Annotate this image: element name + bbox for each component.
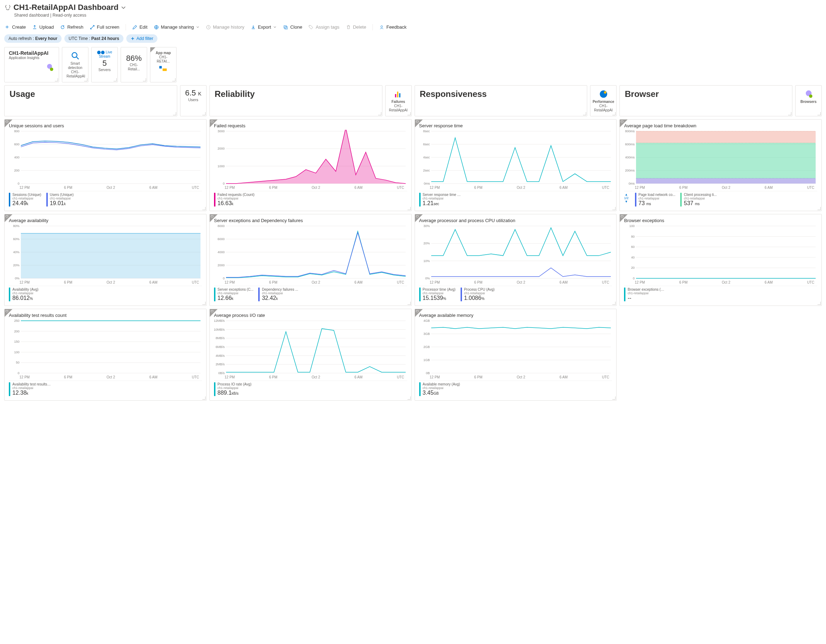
svg-text:800: 800 bbox=[14, 130, 19, 133]
svg-text:600: 600 bbox=[14, 143, 19, 146]
legend-pager[interactable]: ▲1/2▼ bbox=[624, 193, 630, 203]
svg-point-6 bbox=[50, 68, 53, 71]
export-button[interactable]: Export bbox=[251, 25, 277, 30]
page-subtitle: Shared dashboard | Read-only access bbox=[14, 13, 822, 18]
svg-point-7 bbox=[72, 53, 77, 57]
pill-add-filter[interactable]: Add filter bbox=[126, 34, 157, 43]
svg-point-14 bbox=[604, 91, 606, 94]
chart-availability-count[interactable]: Availability test results count 05010015… bbox=[4, 309, 206, 401]
svg-text:250: 250 bbox=[14, 319, 19, 323]
svg-text:150: 150 bbox=[14, 340, 19, 343]
performance-icon bbox=[599, 89, 609, 99]
svg-point-4 bbox=[381, 25, 383, 27]
svg-text:0: 0 bbox=[18, 182, 19, 185]
chart-server-response-time[interactable]: Server response time 0ms2sec4sec6sec8sec… bbox=[415, 119, 617, 211]
tile-users-count[interactable]: 6.5 KUsers bbox=[180, 85, 206, 116]
pill-utc-time[interactable]: UTC Time : Past 24 hours bbox=[64, 34, 123, 43]
svg-text:8sec: 8sec bbox=[423, 130, 430, 133]
svg-rect-11 bbox=[397, 92, 399, 97]
svg-text:4MB/s: 4MB/s bbox=[216, 354, 225, 357]
svg-text:0B: 0B bbox=[425, 371, 429, 374]
svg-point-16 bbox=[809, 95, 812, 98]
upload-button[interactable]: Upload bbox=[32, 25, 54, 30]
svg-text:4000: 4000 bbox=[217, 250, 225, 254]
chevron-down-icon[interactable] bbox=[121, 5, 126, 10]
svg-text:1GB: 1GB bbox=[424, 358, 430, 362]
svg-text:1000: 1000 bbox=[217, 164, 225, 168]
refresh-button[interactable]: Refresh bbox=[60, 25, 84, 30]
page-title: CH1-RetailAppAI Dashboard bbox=[14, 3, 118, 12]
cat-reliability[interactable]: Reliability bbox=[210, 85, 382, 116]
svg-rect-8 bbox=[159, 66, 161, 68]
tile-app-insights[interactable]: CH1-RetailAppAI Application Insights bbox=[4, 47, 59, 82]
svg-text:60: 60 bbox=[631, 245, 635, 248]
svg-text:400ms: 400ms bbox=[625, 155, 635, 159]
svg-text:6MB/s: 6MB/s bbox=[216, 345, 225, 349]
fullscreen-button[interactable]: Full screen bbox=[90, 25, 120, 30]
tile-percent[interactable]: 86% CH1-Retail... bbox=[121, 47, 147, 82]
svg-text:0: 0 bbox=[223, 182, 225, 185]
svg-text:80%: 80% bbox=[13, 225, 19, 228]
tile-browsers[interactable]: Browsers bbox=[795, 85, 822, 116]
svg-text:2000: 2000 bbox=[217, 264, 225, 267]
svg-rect-3 bbox=[285, 26, 287, 29]
svg-rect-12 bbox=[399, 93, 401, 98]
svg-text:60%: 60% bbox=[13, 237, 19, 241]
svg-text:0B/s: 0B/s bbox=[218, 371, 225, 374]
browsers-icon bbox=[804, 89, 814, 99]
svg-text:6000: 6000 bbox=[217, 237, 225, 241]
chart-io-rate[interactable]: Average process I/O rate 0B/s2MB/s4MB/s6… bbox=[210, 309, 412, 401]
chart-availability[interactable]: Average availability 0%20%40%60%80% 12 P… bbox=[4, 214, 206, 306]
chart-cpu[interactable]: Average processor and process CPU utiliz… bbox=[415, 214, 617, 306]
svg-text:10MB/s: 10MB/s bbox=[214, 328, 225, 331]
svg-text:10%: 10% bbox=[424, 259, 430, 263]
svg-rect-9 bbox=[162, 68, 167, 71]
svg-rect-2 bbox=[284, 25, 287, 28]
svg-text:2GB: 2GB bbox=[424, 345, 430, 349]
svg-text:100: 100 bbox=[629, 225, 635, 228]
chart-failed-requests[interactable]: Failed requests 0100020003000 12 PM6 PMO… bbox=[210, 119, 412, 211]
create-button[interactable]: ＋Create bbox=[4, 23, 26, 31]
pill-auto-refresh[interactable]: Auto refresh : Every hour bbox=[4, 34, 62, 43]
svg-text:600ms: 600ms bbox=[625, 143, 635, 146]
svg-text:40%: 40% bbox=[13, 250, 19, 254]
cat-responsiveness[interactable]: Responsiveness bbox=[415, 85, 588, 116]
clone-button[interactable]: Clone bbox=[283, 25, 302, 30]
cat-usage[interactable]: Usage bbox=[4, 85, 177, 116]
chart-page-load[interactable]: Average page load time breakdown 0ms200m… bbox=[620, 119, 822, 211]
toolbar: ＋Create Upload Refresh Full screen Edit … bbox=[4, 21, 822, 34]
edit-button[interactable]: Edit bbox=[132, 25, 147, 30]
svg-text:0%: 0% bbox=[15, 276, 19, 280]
cat-browser[interactable]: Browser bbox=[620, 85, 792, 116]
svg-text:0: 0 bbox=[223, 276, 225, 280]
svg-text:4sec: 4sec bbox=[423, 155, 430, 159]
chart-sessions[interactable]: Unique sessions and users 0200400600800 … bbox=[4, 119, 206, 211]
svg-point-13 bbox=[599, 90, 607, 98]
chart-available-memory[interactable]: Average available memory 0B1GB2GB3GB4GB … bbox=[415, 309, 617, 401]
svg-text:400: 400 bbox=[14, 155, 19, 159]
search-icon bbox=[70, 51, 80, 61]
tile-performance[interactable]: PerformanceCH1-RetailAppAI bbox=[590, 85, 616, 116]
filter-pills: Auto refresh : Every hour UTC Time : Pas… bbox=[4, 34, 822, 43]
svg-text:2sec: 2sec bbox=[423, 169, 430, 172]
svg-text:20%: 20% bbox=[424, 242, 430, 245]
svg-text:30%: 30% bbox=[424, 225, 430, 228]
tile-app-map[interactable]: App map CH1-RETAI... bbox=[150, 47, 177, 82]
tile-failures[interactable]: FailuresCH1-RetailAppAI bbox=[385, 85, 412, 116]
svg-text:3GB: 3GB bbox=[424, 332, 430, 336]
svg-text:3000: 3000 bbox=[217, 130, 225, 133]
svg-rect-10 bbox=[395, 94, 397, 97]
svg-text:100: 100 bbox=[14, 351, 19, 354]
svg-text:0%: 0% bbox=[425, 276, 429, 280]
svg-text:80: 80 bbox=[631, 235, 635, 238]
svg-text:6sec: 6sec bbox=[423, 143, 430, 146]
feedback-button[interactable]: Feedback bbox=[379, 25, 407, 30]
svg-text:20: 20 bbox=[631, 266, 635, 270]
tile-smart-detection[interactable]: Smart detection CH1-RetailAppAI bbox=[62, 47, 88, 82]
chart-browser-exceptions[interactable]: Browser exceptions 020406080100 12 PM6 P… bbox=[620, 214, 822, 306]
manage-sharing-button[interactable]: Manage sharing bbox=[154, 25, 200, 30]
chart-exceptions-dependency[interactable]: Server exceptions and Dependency failure… bbox=[210, 214, 412, 306]
tile-servers[interactable]: ⬤⬤ Live Stream 5 Servers bbox=[91, 47, 118, 82]
svg-text:200: 200 bbox=[14, 169, 19, 172]
title-bar: CH1-RetailAppAI Dashboard bbox=[4, 3, 822, 12]
